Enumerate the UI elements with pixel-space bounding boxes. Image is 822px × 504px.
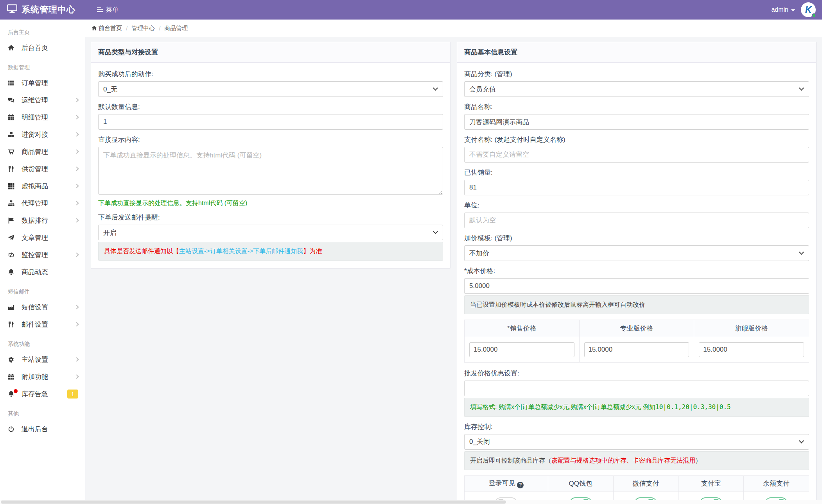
cost-price-input[interactable] xyxy=(464,278,809,294)
markup-template-select[interactable]: 不加价 xyxy=(464,245,809,261)
markup-template-label: 加价模板: (管理) xyxy=(464,234,809,243)
grid-icon xyxy=(8,183,16,189)
price-input[interactable] xyxy=(699,342,804,357)
product-name-label: 商品名称: xyxy=(464,102,809,111)
chevron-right-icon xyxy=(74,149,79,154)
send-icon xyxy=(8,234,16,241)
count-badge: 1 xyxy=(67,390,78,399)
price-input[interactable] xyxy=(469,342,574,357)
breadcrumb-item-center[interactable]: 管理中心 xyxy=(131,25,155,32)
home-icon xyxy=(92,25,97,31)
cutlery-icon xyxy=(8,321,16,328)
mail-note-link[interactable]: 主站设置->订单相关设置->下单后邮件通知我 xyxy=(179,248,303,254)
mail-remind-select[interactable]: 开启 xyxy=(98,225,443,240)
menu-toggle-button[interactable]: 菜单 xyxy=(97,6,118,14)
unit-label: 单位: xyxy=(464,201,809,210)
sidebar-section-header: 系统功能 xyxy=(0,333,85,351)
sidebar-item[interactable]: 文章管理 xyxy=(0,229,85,246)
sidebar-item[interactable]: 数据排行 xyxy=(0,212,85,229)
price-column-header: 专业版价格 xyxy=(579,320,694,337)
chevron-right-icon xyxy=(74,374,79,379)
category-select[interactable]: 会员充值 xyxy=(464,81,809,97)
sidebar-item-label: 商品动态 xyxy=(22,268,78,277)
sidebar-item[interactable]: 进货对接 xyxy=(0,126,85,143)
sidebar-item[interactable]: 订单管理 xyxy=(0,74,85,91)
card-title: 商品基本信息设置 xyxy=(457,42,816,63)
bell-icon xyxy=(8,269,16,275)
sidebar-item-label: 后台首页 xyxy=(22,43,78,52)
sidebar-item-label: 供货管理 xyxy=(22,164,75,173)
sold-count-input[interactable] xyxy=(464,180,809,195)
sidebar-item[interactable]: 短信设置 xyxy=(0,298,85,316)
wholesale-input[interactable] xyxy=(464,381,809,396)
sold-count-label: 已售销量: xyxy=(464,168,809,177)
content-area: 前台首页 / 管理中心 / 商品管理 商品类型与对接设置 购买成功后的动作: 0… xyxy=(85,20,822,504)
pay-name-input[interactable] xyxy=(464,147,809,163)
stock-control-select[interactable]: 0_关闭 xyxy=(464,434,809,450)
breadcrumb-separator: / xyxy=(159,25,160,32)
sidebar-item[interactable]: 主站设置 xyxy=(0,351,85,368)
question-circle-icon[interactable]: ? xyxy=(517,482,524,488)
pay-column-header: 支付宝 xyxy=(678,476,744,491)
content-textarea[interactable] xyxy=(98,147,443,195)
sidebar-item-label: 短信设置 xyxy=(22,303,75,312)
sidebar-item[interactable]: 虚拟商品 xyxy=(0,177,85,195)
content-help-text: 下单成功直接显示的处理信息。支持html代码 (可留空) xyxy=(98,199,443,207)
breadcrumb-item-current: 商品管理 xyxy=(164,25,188,32)
sidebar-item-label: 退出后台 xyxy=(22,425,78,434)
sidebar-item[interactable]: 明细管理 xyxy=(0,109,85,126)
stock-control-label: 库存控制: xyxy=(464,422,809,431)
chevron-right-icon xyxy=(74,218,79,222)
user-dropdown[interactable]: admin xyxy=(771,6,795,13)
menu-toggle-label: 菜单 xyxy=(106,6,118,14)
price-column-header: 旗舰版价格 xyxy=(694,320,809,337)
retweet-icon xyxy=(8,252,16,258)
factory-icon xyxy=(8,304,16,311)
category-label: 商品分类: (管理) xyxy=(464,70,809,79)
list-icon xyxy=(8,80,16,86)
sidebar-section-header: 短信邮件 xyxy=(0,281,85,298)
sidebar-item[interactable]: 退出后台 xyxy=(0,420,85,438)
sidebar-item[interactable]: 附加功能 xyxy=(0,368,85,385)
content-label: 直接显示内容: xyxy=(98,135,443,144)
sidebar-item-label: 附加功能 xyxy=(22,372,75,381)
sidebar-item[interactable]: 后台首页 xyxy=(0,39,85,56)
horizontal-scrollbar[interactable] xyxy=(0,500,822,504)
breadcrumb-separator: / xyxy=(126,25,127,32)
chevron-right-icon xyxy=(74,166,79,171)
chevron-right-icon xyxy=(74,201,79,205)
sidebar-item[interactable]: 监控管理 xyxy=(0,246,85,263)
product-name-input[interactable] xyxy=(464,114,809,130)
calendar-icon xyxy=(8,374,16,380)
avatar[interactable]: K xyxy=(801,2,816,17)
cutlery-icon xyxy=(8,166,16,172)
qty-input[interactable] xyxy=(98,114,443,130)
action-select[interactable]: 0_无 xyxy=(98,81,443,97)
price-input[interactable] xyxy=(584,342,689,357)
sidebar-item-label: 商品管理 xyxy=(22,147,75,156)
sidebar-item[interactable]: 代理管理 xyxy=(0,195,85,212)
price-column-header: *销售价格 xyxy=(465,320,580,337)
price-table: *销售价格专业版价格旗舰版价格 xyxy=(464,320,809,363)
sidebar-item[interactable]: 商品动态 xyxy=(0,263,85,281)
sidebar-item[interactable]: 商品管理 xyxy=(0,143,85,160)
sidebar-item-label: 主站设置 xyxy=(22,355,75,364)
app-brand[interactable]: 系统管理中心 xyxy=(0,4,85,16)
sidebar-item[interactable]: 邮件设置 xyxy=(0,316,85,333)
sidebar-item[interactable]: 供货管理 xyxy=(0,160,85,177)
sidebar-item[interactable]: 库存告急1 xyxy=(0,385,85,402)
bell-icon xyxy=(8,391,16,397)
breadcrumb-home[interactable]: 前台首页 xyxy=(92,25,122,32)
unit-input[interactable] xyxy=(464,213,809,228)
chevron-right-icon xyxy=(74,184,79,188)
flag-icon xyxy=(8,217,16,224)
pay-column-header: 登录可见? xyxy=(465,476,548,491)
calendar-icon xyxy=(8,114,16,121)
scrollbar-thumb[interactable] xyxy=(1,500,506,504)
sidebar-item[interactable]: 运维管理 xyxy=(0,91,85,109)
sidebar-section-header: 后台主页 xyxy=(0,21,85,39)
chevron-right-icon xyxy=(74,132,79,136)
sidebar-item-label: 代理管理 xyxy=(22,199,75,208)
chevron-right-icon xyxy=(74,357,79,361)
gear-icon xyxy=(8,356,16,363)
